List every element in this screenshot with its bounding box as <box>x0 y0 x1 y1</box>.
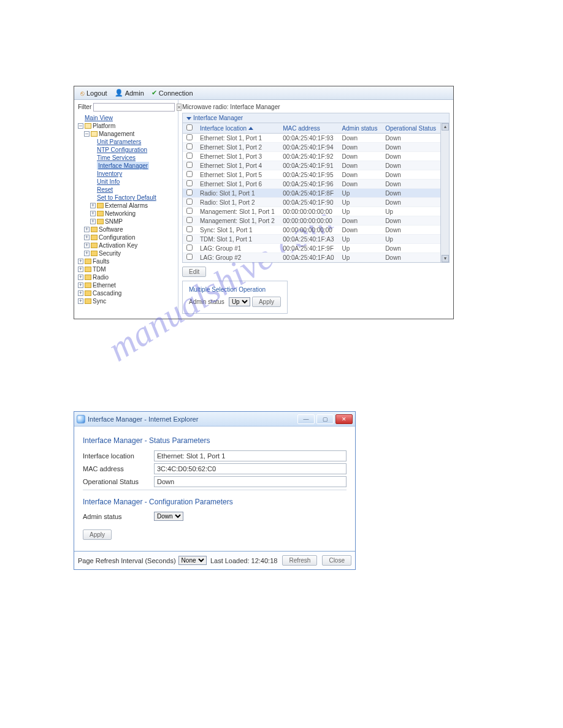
col-mac[interactable]: MAC address <box>279 123 338 134</box>
row-checkbox[interactable] <box>186 217 193 223</box>
tree-inventory[interactable]: Inventory <box>97 170 122 178</box>
expand-icon[interactable]: + <box>78 267 83 272</box>
table-row[interactable]: Radio: Slot 1, Port 100:0A:25:40:1F:8FUp… <box>183 189 440 198</box>
cell-admin: Up <box>339 244 382 253</box>
expand-icon[interactable]: – <box>78 123 83 129</box>
tree-activation-key[interactable]: Activation Key <box>99 241 137 249</box>
cell-mac: 00:0A:25:40:1F:90 <box>279 198 338 207</box>
folder-icon <box>85 267 91 272</box>
expand-icon[interactable]: + <box>90 203 96 208</box>
row-checkbox[interactable] <box>186 245 193 251</box>
tree-interface-manager[interactable]: Interface Manager <box>97 162 149 170</box>
table-row[interactable]: Management: Slot 1, Port 200:00:00:00:00… <box>183 216 440 226</box>
scroll-down-icon[interactable]: ▾ <box>442 255 449 262</box>
tree-platform[interactable]: Platform <box>93 122 115 130</box>
row-checkbox[interactable] <box>186 143 193 150</box>
refresh-button[interactable]: Refresh <box>282 555 317 566</box>
tree-management[interactable]: Management <box>99 130 134 138</box>
expand-icon[interactable]: + <box>90 211 96 216</box>
folder-icon <box>91 227 98 232</box>
tree-external-alarms[interactable]: External Alarms <box>105 202 148 210</box>
col-admin[interactable]: Admin status <box>339 123 382 134</box>
tree-main-view[interactable]: Main View <box>85 114 113 122</box>
tree-software[interactable]: Software <box>99 226 123 233</box>
tree-networking[interactable]: Networking <box>105 210 136 218</box>
table-row[interactable]: Ethernet: Slot 1, Port 500:0A:25:40:1F:9… <box>183 170 440 180</box>
expand-icon[interactable]: + <box>78 275 83 280</box>
expand-icon[interactable]: + <box>84 243 90 248</box>
apply-button[interactable]: Apply <box>83 529 112 540</box>
expand-icon[interactable]: + <box>90 219 96 224</box>
row-checkbox[interactable] <box>186 171 193 177</box>
table-row[interactable]: Ethernet: Slot 1, Port 200:0A:25:40:1F:9… <box>183 143 440 152</box>
row-checkbox[interactable] <box>186 235 193 241</box>
close-button[interactable]: ✕ <box>335 414 353 424</box>
row-checkbox[interactable] <box>186 162 193 168</box>
row-checkbox[interactable] <box>186 134 193 140</box>
loc-value <box>154 450 347 461</box>
row-checkbox[interactable] <box>186 153 193 159</box>
connection-button[interactable]: ✔Connection <box>149 89 196 97</box>
expand-icon[interactable]: + <box>84 227 90 232</box>
tree-radio[interactable]: Radio <box>93 273 109 281</box>
expand-icon[interactable]: + <box>84 251 90 256</box>
tree-tdm[interactable]: TDM <box>93 265 106 273</box>
maximize-button[interactable]: ▢ <box>316 414 334 424</box>
expand-icon[interactable]: + <box>78 298 83 304</box>
tree-faults[interactable]: Faults <box>93 257 109 265</box>
tree-snmp[interactable]: SNMP <box>105 218 123 226</box>
expand-icon[interactable]: + <box>78 290 83 296</box>
row-checkbox[interactable] <box>186 226 193 232</box>
row-checkbox[interactable] <box>186 189 193 195</box>
tree-cascading[interactable]: Cascading <box>93 289 121 297</box>
table-row[interactable]: Ethernet: Slot 1, Port 100:0A:25:40:1F:9… <box>183 134 440 143</box>
expand-icon[interactable]: + <box>78 259 83 264</box>
tree-configuration[interactable]: Configuration <box>99 233 135 241</box>
filter-input[interactable] <box>93 103 175 112</box>
table-row[interactable]: LAG: Group #200:0A:25:40:1F:A0UpDown <box>183 253 440 262</box>
tree-unit-info[interactable]: Unit Info <box>97 178 120 186</box>
table-caption[interactable]: Interface Manager <box>183 113 449 123</box>
table-row[interactable]: Ethernet: Slot 1, Port 600:0A:25:40:1F:9… <box>183 180 440 189</box>
select-all-checkbox[interactable] <box>186 124 193 131</box>
minimize-button[interactable]: — <box>297 414 315 424</box>
col-oper[interactable]: Operational Status <box>381 123 440 134</box>
logout-button[interactable]: ⎋Logout <box>78 89 110 97</box>
folder-icon <box>85 298 91 304</box>
tree-ethernet[interactable]: Ethernet <box>93 281 116 289</box>
scrollbar[interactable]: ▴ ▾ <box>440 123 449 262</box>
tree-reset[interactable]: Reset <box>97 186 113 194</box>
table-row[interactable]: LAG: Group #100:0A:25:40:1F:9FUpDown <box>183 244 440 253</box>
table-row[interactable]: Ethernet: Slot 1, Port 400:0A:25:40:1F:9… <box>183 161 440 170</box>
row-checkbox[interactable] <box>186 208 193 214</box>
table-row[interactable]: TDM: Slot 1, Port 100:0A:25:40:1F:A3UpUp <box>183 235 440 244</box>
row-checkbox[interactable] <box>186 199 193 205</box>
edit-button[interactable]: Edit <box>182 267 206 277</box>
table-row[interactable]: Radio: Slot 1, Port 200:0A:25:40:1F:90Up… <box>183 198 440 207</box>
refresh-interval-select[interactable]: None <box>178 556 207 565</box>
col-location[interactable]: Interface location <box>196 123 279 134</box>
expand-icon[interactable]: + <box>78 282 83 288</box>
cell-admin: Down <box>339 170 382 180</box>
tree-time-services[interactable]: Time Services <box>97 154 136 162</box>
row-checkbox[interactable] <box>186 180 193 186</box>
admin-button[interactable]: 👤Admin <box>112 89 147 97</box>
row-checkbox[interactable] <box>186 254 193 260</box>
tree-ntp-configuration[interactable]: NTP Configuration <box>97 146 147 154</box>
expand-icon[interactable]: – <box>84 131 90 137</box>
mso-admin-select[interactable]: Up <box>229 297 250 306</box>
admin-select[interactable]: Down <box>154 512 183 521</box>
table-row[interactable]: Ethernet: Slot 1, Port 300:0A:25:40:1F:9… <box>183 152 440 161</box>
tree-sync[interactable]: Sync <box>93 297 106 305</box>
mso-apply-button[interactable]: Apply <box>252 297 281 307</box>
table-row[interactable]: Sync: Slot 1, Port 100:00:00:00:00:00Dow… <box>183 226 440 235</box>
table-row[interactable]: Management: Slot 1, Port 100:00:00:00:00… <box>183 207 440 216</box>
tree-security[interactable]: Security <box>99 249 121 257</box>
expand-icon[interactable]: + <box>84 235 90 240</box>
close-dialog-button[interactable]: Close <box>322 555 351 566</box>
tree-factory-default[interactable]: Set to Factory Default <box>97 194 156 202</box>
dialog-titlebar: Interface Manager - Internet Explorer — … <box>74 412 355 427</box>
tree-unit-parameters[interactable]: Unit Parameters <box>97 138 141 146</box>
scroll-up-icon[interactable]: ▴ <box>442 123 449 131</box>
cell-oper: Down <box>381 189 440 198</box>
